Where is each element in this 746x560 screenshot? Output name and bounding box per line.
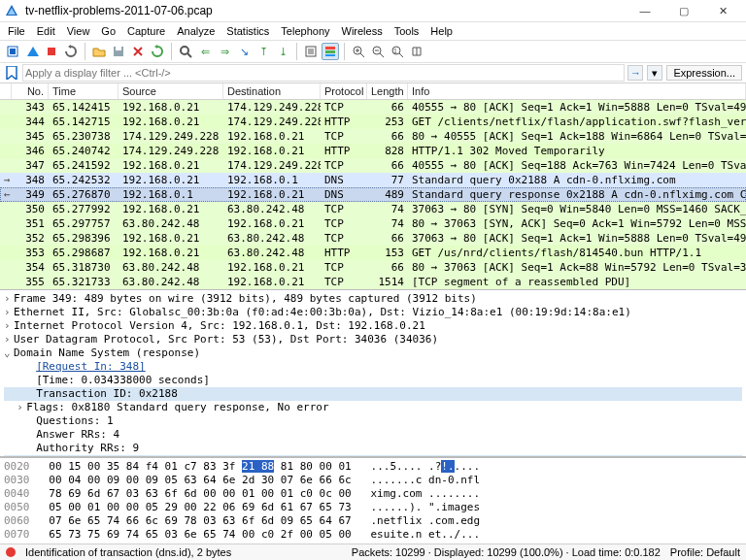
- go-forward-icon[interactable]: ⇒: [216, 43, 233, 60]
- close-file-icon[interactable]: [129, 43, 147, 60]
- svg-text:1: 1: [393, 48, 397, 54]
- svg-rect-8: [325, 50, 335, 53]
- hex-row[interactable]: 0040 78 69 6d 67 03 63 6f 6d 00 00 01 00…: [4, 487, 742, 501]
- col-info[interactable]: Info: [408, 83, 746, 99]
- maximize-button[interactable]: ▢: [664, 0, 703, 21]
- hex-row[interactable]: 0060 07 6e 65 74 66 6c 69 78 03 63 6f 6d…: [4, 514, 742, 528]
- bookmark-icon[interactable]: [4, 65, 19, 81]
- menu-help[interactable]: Help: [430, 25, 453, 37]
- expand-icon[interactable]: [4, 306, 14, 318]
- col-source[interactable]: Source: [119, 83, 223, 99]
- packet-row[interactable]: 34465.142715192.168.0.21174.129.249.228H…: [0, 115, 746, 129]
- tree-flags[interactable]: Flags: 0x8180 Standard query response, N…: [26, 401, 328, 413]
- interfaces-icon[interactable]: [4, 43, 21, 60]
- tree-frame[interactable]: Frame 349: 489 bytes on wire (3912 bits)…: [14, 292, 477, 305]
- go-first-icon[interactable]: ⤒: [254, 43, 272, 60]
- packet-list[interactable]: No. Time Source Destination Protocol Len…: [0, 83, 746, 290]
- svg-point-5: [181, 47, 188, 54]
- tree-udp[interactable]: User Datagram Protocol, Src Port: 53 (53…: [14, 333, 438, 346]
- packet-row[interactable]: 35165.29775763.80.242.48192.168.0.21TCP7…: [0, 216, 746, 231]
- menu-statistics[interactable]: Statistics: [226, 25, 269, 37]
- menu-analyze[interactable]: Analyze: [177, 25, 215, 37]
- svg-rect-1: [10, 49, 16, 54]
- packet-row[interactable]: 35065.277992192.168.0.2163.80.242.48TCP7…: [0, 202, 746, 216]
- hex-row[interactable]: 0070 65 73 75 69 74 65 03 6e 65 74 00 c0…: [4, 528, 742, 542]
- expand-icon[interactable]: [4, 319, 14, 332]
- restart-capture-icon[interactable]: [62, 43, 80, 60]
- filter-dropdown-icon[interactable]: ▾: [647, 65, 662, 81]
- status-profile[interactable]: Profile: Default: [670, 546, 740, 558]
- zoom-reset-icon[interactable]: 1: [389, 43, 406, 60]
- colorize-icon[interactable]: [322, 43, 339, 60]
- packet-row[interactable]: 34365.142415192.168.0.21174.129.249.228T…: [0, 100, 746, 115]
- tree-request-in[interactable]: [Request In: 348]: [36, 360, 146, 373]
- menu-telephony[interactable]: Telephony: [281, 25, 329, 37]
- menu-view[interactable]: View: [67, 25, 90, 37]
- packet-row[interactable]: 35265.298396192.168.0.2163.80.242.48TCP6…: [0, 231, 746, 246]
- hex-row[interactable]: 0030 00 04 00 09 00 09 05 63 64 6e 2d 30…: [4, 474, 742, 487]
- tree-dns[interactable]: Domain Name System (response): [14, 346, 200, 359]
- menu-go[interactable]: Go: [101, 25, 116, 37]
- go-last-icon[interactable]: ⤓: [274, 43, 291, 60]
- reload-icon[interactable]: [149, 43, 166, 60]
- title-bar: tv-netflix-problems-2011-07-06.pcap ― ▢ …: [0, 0, 746, 22]
- col-destination[interactable]: Destination: [223, 83, 321, 99]
- expression-button[interactable]: Expression...: [666, 65, 742, 81]
- expert-info-icon[interactable]: [6, 547, 16, 557]
- zoom-out-icon[interactable]: [369, 43, 387, 60]
- tree-authority-rrs[interactable]: Authority RRs: 9: [36, 442, 139, 454]
- start-capture-icon[interactable]: [23, 43, 41, 60]
- zoom-in-icon[interactable]: [350, 43, 367, 60]
- packet-row[interactable]: 34665.240742174.129.249.228192.168.0.21H…: [0, 144, 746, 158]
- menu-tools[interactable]: Tools: [394, 25, 420, 37]
- filter-apply-icon[interactable]: →: [627, 65, 643, 81]
- packet-row[interactable]: 35465.31873063.80.242.48192.168.0.21TCP6…: [0, 260, 746, 275]
- col-length[interactable]: Length: [367, 83, 408, 99]
- menu-file[interactable]: File: [8, 25, 25, 37]
- tree-questions[interactable]: Questions: 1: [36, 414, 113, 427]
- menu-bar: File Edit View Go Capture Analyze Statis…: [0, 22, 746, 41]
- filter-bar: → ▾ Expression...: [0, 63, 746, 83]
- menu-edit[interactable]: Edit: [37, 25, 55, 37]
- packet-row[interactable]: 34565.230738174.129.249.228192.168.0.21T…: [0, 129, 746, 144]
- open-file-icon[interactable]: [90, 43, 108, 60]
- menu-capture[interactable]: Capture: [127, 25, 165, 37]
- collapse-icon[interactable]: [4, 346, 14, 359]
- stop-capture-icon[interactable]: [43, 43, 60, 60]
- packet-row[interactable]: →34865.242532192.168.0.21192.168.0.1DNS7…: [0, 173, 746, 187]
- packet-row[interactable]: 35365.298687192.168.0.2163.80.242.48HTTP…: [0, 246, 746, 260]
- status-field: Identification of transaction (dns.id), …: [25, 546, 231, 558]
- hex-row[interactable]: 0050 05 00 01 00 00 05 29 00 22 06 69 6d…: [4, 501, 742, 514]
- hex-row[interactable]: 0020 00 15 00 35 84 f4 01 c7 83 3f 21 88…: [4, 460, 742, 474]
- packet-row[interactable]: 34765.241592192.168.0.21174.129.249.228T…: [0, 158, 746, 173]
- svg-rect-7: [325, 47, 335, 49]
- tree-answer-rrs[interactable]: Answer RRs: 4: [36, 428, 119, 441]
- menu-wireless[interactable]: Wireless: [342, 25, 383, 37]
- go-back-icon[interactable]: ⇐: [196, 43, 214, 60]
- status-packets: Packets: 10299 · Displayed: 10299 (100.0…: [352, 546, 661, 558]
- display-filter-input[interactable]: [23, 65, 624, 81]
- col-time[interactable]: Time: [49, 83, 119, 99]
- col-no[interactable]: No.: [12, 83, 49, 99]
- tree-time[interactable]: [Time: 0.034338000 seconds]: [36, 374, 210, 386]
- expand-icon[interactable]: [4, 333, 14, 346]
- resize-columns-icon[interactable]: [408, 43, 425, 60]
- packet-row[interactable]: 35565.32173363.80.242.48192.168.0.21TCP1…: [0, 275, 746, 289]
- find-icon[interactable]: [177, 43, 194, 60]
- toolbar: ⇐ ⇒ ↘ ⤒ ⤓ 1: [0, 41, 746, 63]
- packet-bytes[interactable]: 0020 00 15 00 35 84 f4 01 c7 83 3f 21 88…: [0, 457, 746, 544]
- expand-icon[interactable]: [4, 292, 14, 305]
- go-to-packet-icon[interactable]: ↘: [235, 43, 253, 60]
- expand-icon[interactable]: [17, 401, 26, 413]
- packet-details[interactable]: Frame 349: 489 bytes on wire (3912 bits)…: [0, 290, 746, 457]
- tree-ip[interactable]: Internet Protocol Version 4, Src: 192.16…: [14, 319, 425, 332]
- packet-row[interactable]: ←34965.276870192.168.0.1192.168.0.21DNS4…: [0, 187, 746, 202]
- tree-transaction-id[interactable]: Transaction ID: 0x2188: [36, 387, 178, 400]
- save-file-icon[interactable]: [110, 43, 127, 60]
- auto-scroll-icon[interactable]: [302, 43, 320, 60]
- col-protocol[interactable]: Protocol: [321, 83, 367, 99]
- minimize-button[interactable]: ―: [626, 0, 664, 21]
- window-title: tv-netflix-problems-2011-07-06.pcap: [25, 4, 626, 17]
- tree-eth[interactable]: Ethernet II, Src: Globalsc_00:3b:0a (f0:…: [14, 306, 631, 318]
- close-button[interactable]: ✕: [703, 0, 742, 21]
